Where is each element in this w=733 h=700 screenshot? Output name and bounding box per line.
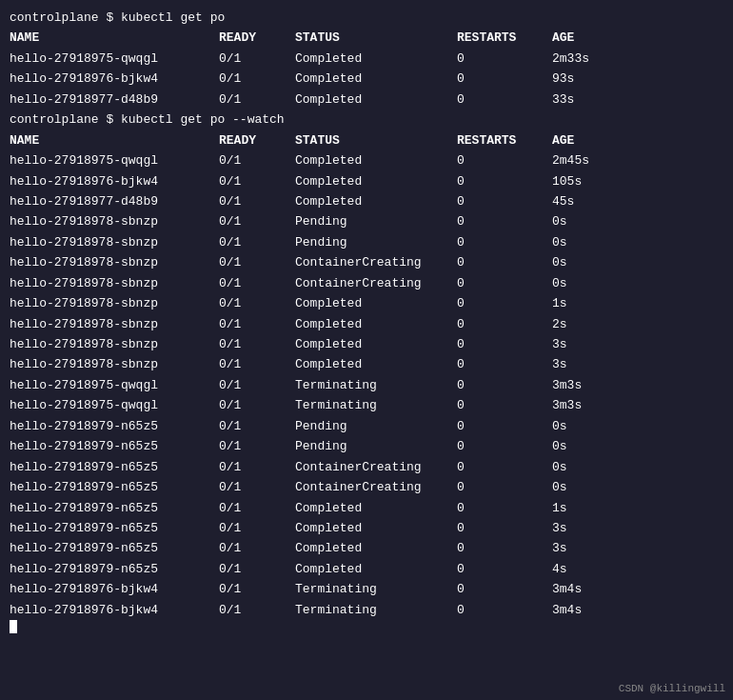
pod-ready: 0/1 (219, 69, 295, 89)
pod-status: Completed (295, 354, 457, 374)
pod-restarts: 0 (457, 518, 552, 538)
pod-restarts: 0 (457, 69, 552, 89)
pod-restarts: 0 (457, 150, 552, 170)
terminal-line: hello-27918976-bjkw40/1Terminating03m4s (10, 600, 723, 620)
pod-restarts: 0 (457, 600, 552, 620)
pod-ready: 0/1 (219, 498, 295, 518)
pod-restarts: 0 (457, 49, 552, 69)
pod-age: 3s (552, 354, 628, 374)
header-col: RESTARTS (457, 130, 552, 150)
prompt-line: controlplane $ kubectl get po --watch (10, 110, 285, 130)
pod-status: ContainerCreating (295, 273, 457, 293)
pod-name: hello-27918979-n65z5 (10, 538, 219, 558)
header-col: READY (219, 130, 295, 150)
pod-ready: 0/1 (219, 232, 295, 252)
pod-age: 0s (552, 273, 628, 293)
pod-age: 33s (552, 90, 628, 110)
pod-age: 0s (552, 416, 628, 436)
terminal-line: hello-27918978-sbnzp0/1ContainerCreating… (10, 252, 723, 272)
pod-age: 0s (552, 436, 628, 456)
terminal-line: hello-27918978-sbnzp0/1Pending00s (10, 232, 723, 252)
pod-status: ContainerCreating (295, 457, 457, 477)
pod-restarts: 0 (457, 436, 552, 456)
pod-age: 3s (552, 334, 628, 354)
pod-age: 1s (552, 498, 628, 518)
header-col: AGE (552, 130, 628, 150)
pod-ready: 0/1 (219, 436, 295, 456)
pod-restarts: 0 (457, 354, 552, 374)
pod-name: hello-27918978-sbnzp (10, 334, 219, 354)
terminal-line: hello-27918976-bjkw40/1Completed0105s (10, 171, 723, 191)
terminal-line: hello-27918978-sbnzp0/1ContainerCreating… (10, 273, 723, 293)
pod-status: ContainerCreating (295, 477, 457, 497)
watermark: CSDN @killingwill (619, 683, 725, 694)
pod-ready: 0/1 (219, 477, 295, 497)
pod-name: hello-27918978-sbnzp (10, 354, 219, 374)
pod-restarts: 0 (457, 498, 552, 518)
pod-age: 0s (552, 252, 628, 272)
terminal-line: hello-27918976-bjkw40/1Terminating03m4s (10, 579, 723, 599)
pod-status: Completed (295, 538, 457, 558)
pod-age: 3m4s (552, 600, 628, 620)
terminal-line: hello-27918978-sbnzp0/1Pending00s (10, 211, 723, 231)
pod-restarts: 0 (457, 191, 552, 211)
pod-restarts: 0 (457, 559, 552, 579)
terminal-cursor (10, 620, 17, 633)
pod-ready: 0/1 (219, 273, 295, 293)
pod-status: Completed (295, 171, 457, 191)
terminal-line: NAMEREADYSTATUSRESTARTSAGE (10, 28, 723, 48)
terminal: controlplane $ kubectl get poNAMEREADYST… (0, 0, 733, 700)
pod-restarts: 0 (457, 334, 552, 354)
terminal-line: hello-27918975-qwqgl0/1Terminating03m3s (10, 395, 723, 415)
pod-name: hello-27918977-d48b9 (10, 90, 219, 110)
pod-status: Completed (295, 334, 457, 354)
terminal-line: controlplane $ kubectl get po (10, 8, 723, 28)
terminal-line: hello-27918979-n65z50/1Completed04s (10, 559, 723, 579)
pod-age: 4s (552, 559, 628, 579)
header-col: RESTARTS (457, 28, 552, 48)
pod-ready: 0/1 (219, 150, 295, 170)
pod-status: Completed (295, 69, 457, 89)
pod-restarts: 0 (457, 375, 552, 395)
pod-restarts: 0 (457, 416, 552, 436)
pod-status: Completed (295, 49, 457, 69)
terminal-line: hello-27918978-sbnzp0/1Completed03s (10, 354, 723, 374)
pod-name: hello-27918978-sbnzp (10, 314, 219, 334)
pod-ready: 0/1 (219, 600, 295, 620)
pod-restarts: 0 (457, 171, 552, 191)
pod-age: 0s (552, 211, 628, 231)
pod-age: 1s (552, 293, 628, 313)
pod-name: hello-27918976-bjkw4 (10, 69, 219, 89)
terminal-line: hello-27918975-qwqgl0/1Terminating03m3s (10, 375, 723, 395)
pod-ready: 0/1 (219, 354, 295, 374)
terminal-line: hello-27918978-sbnzp0/1Completed02s (10, 314, 723, 334)
pod-name: hello-27918976-bjkw4 (10, 600, 219, 620)
pod-status: Completed (295, 498, 457, 518)
pod-ready: 0/1 (219, 395, 295, 415)
pod-age: 93s (552, 69, 628, 89)
pod-age: 0s (552, 232, 628, 252)
terminal-line: hello-27918975-qwqgl0/1Completed02m45s (10, 150, 723, 170)
pod-status: Pending (295, 232, 457, 252)
pod-ready: 0/1 (219, 293, 295, 313)
pod-name: hello-27918976-bjkw4 (10, 171, 219, 191)
pod-name: hello-27918975-qwqgl (10, 49, 219, 69)
pod-name: hello-27918978-sbnzp (10, 211, 219, 231)
pod-status: Terminating (295, 395, 457, 415)
pod-age: 3m4s (552, 579, 628, 599)
pod-name: hello-27918979-n65z5 (10, 518, 219, 538)
pod-restarts: 0 (457, 538, 552, 558)
pod-restarts: 0 (457, 395, 552, 415)
pod-ready: 0/1 (219, 314, 295, 334)
terminal-line: NAMEREADYSTATUSRESTARTSAGE (10, 130, 723, 150)
pod-status: Terminating (295, 375, 457, 395)
pod-name: hello-27918979-n65z5 (10, 498, 219, 518)
pod-name: hello-27918979-n65z5 (10, 457, 219, 477)
pod-restarts: 0 (457, 252, 552, 272)
pod-name: hello-27918979-n65z5 (10, 416, 219, 436)
header-col: STATUS (295, 28, 457, 48)
pod-status: Completed (295, 559, 457, 579)
pod-name: hello-27918978-sbnzp (10, 232, 219, 252)
pod-ready: 0/1 (219, 416, 295, 436)
pod-ready: 0/1 (219, 49, 295, 69)
